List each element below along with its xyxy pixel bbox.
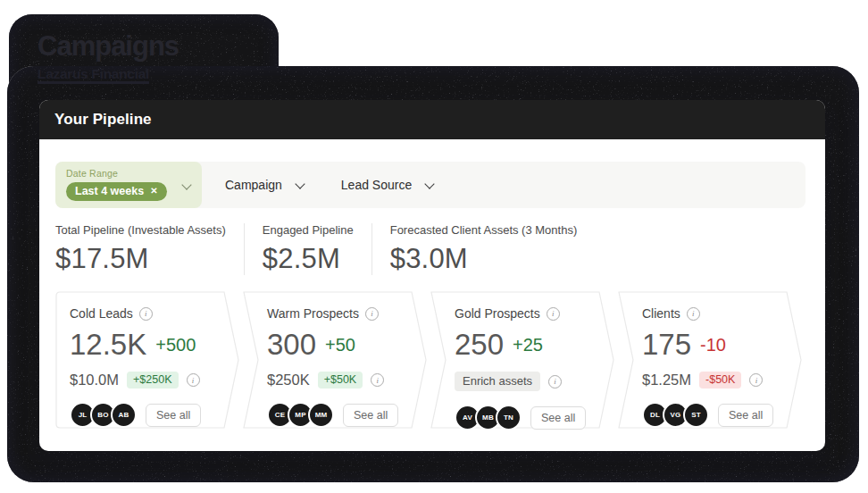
metric-value: $3.0M [390,243,578,275]
avatar[interactable]: TN [496,405,522,430]
see-all-button[interactable]: See all [718,404,773,427]
see-all-button[interactable]: See all [146,404,201,427]
clear-icon[interactable]: ✕ [150,187,157,196]
metric-total-pipeline: Total Pipeline (Investable Assets) $17.5… [55,223,244,275]
info-icon[interactable] [749,373,763,387]
stage-count: 250 [455,330,504,359]
stage-count-delta: +25 [513,336,543,354]
stage-count: 175 [642,330,691,359]
avatar-stack: CE MP MM [267,402,334,428]
panel-body: Date Range Last 4 weeks ✕ Campaign Lead … [39,139,825,429]
metric-label: Engaged Pipeline [263,223,354,237]
funnel-stages: Cold Leads 12.5K +500 $10.0M +$250K [55,291,805,429]
page-title: Campaigns [38,32,179,62]
date-range-value: Last 4 weeks [75,185,144,197]
info-icon[interactable] [139,307,153,321]
brand-block: Campaigns Lazarus Financial [38,32,179,82]
pipeline-panel: Your Pipeline Date Range Last 4 weeks ✕ … [39,100,825,451]
stage-card-gold-prospects: Gold Prospects 250 +25 Enrich assets AV [430,291,614,429]
filter-bar: Date Range Last 4 weeks ✕ Campaign Lead … [55,162,805,208]
date-range-pill[interactable]: Last 4 weeks ✕ [66,182,167,201]
date-range-filter[interactable]: Date Range Last 4 weeks ✕ [55,162,202,208]
info-icon[interactable] [547,307,560,321]
stage-value-delta-badge: -$50K [699,372,741,389]
info-icon[interactable] [548,375,562,389]
see-all-button[interactable]: See all [343,404,398,427]
avatar-stack: AV MB TN [455,405,522,430]
chevron-down-icon [295,179,305,188]
info-icon[interactable] [365,307,379,321]
stage-count: 12.5K [70,330,146,359]
stage-value-delta-badge: +$50K [318,372,363,389]
date-range-label: Date Range [66,168,193,179]
stage-label: Gold Prospects [455,306,540,321]
stage-value: $10.0M [70,372,119,389]
metric-forecasted-assets: Forecasted Client Assets (3 Months) $3.0… [371,223,596,275]
metric-engaged-pipeline: Engaged Pipeline $2.5M [244,223,371,275]
avatar[interactable]: AB [111,402,137,428]
stage-count: 300 [267,330,316,359]
chevron-down-icon [425,179,435,188]
metric-value: $2.5M [263,243,354,275]
lead-source-dropdown[interactable]: Lead Source [329,162,446,208]
stage-value: $1.25M [642,372,691,389]
stage-value: $250K [267,372,310,389]
stage-count-delta: +500 [155,336,196,354]
avatar-stack: JL BO AB [70,402,137,428]
stage-label: Cold Leads [70,306,133,321]
see-all-button[interactable]: See all [530,406,586,430]
chevron-down-icon[interactable] [181,180,191,189]
enrich-assets-chip[interactable]: Enrich assets [455,372,540,391]
panel-header: Your Pipeline [39,100,825,139]
stage-value-delta-badge: +$250K [127,372,178,389]
stage-card-cold-leads: Cold Leads 12.5K +500 $10.0M +$250K [55,291,239,429]
metric-value: $17.5M [55,243,226,275]
metric-label: Forecasted Client Assets (3 Months) [390,223,578,237]
info-icon[interactable] [187,373,200,387]
panel-title: Your Pipeline [54,111,152,129]
metric-label: Total Pipeline (Investable Assets) [55,223,226,237]
stage-label: Warm Prospects [267,306,359,321]
avatar[interactable]: ST [683,402,709,428]
stage-card-clients: Clients 175 -10 $1.25M -$50K DL [618,291,802,429]
company-name: Lazarus Financial [38,66,149,82]
stage-count-delta: -10 [700,336,726,354]
campaign-dropdown-label: Campaign [225,178,282,192]
stage-label: Clients [642,306,680,321]
info-icon[interactable] [687,307,700,321]
avatar[interactable]: MM [308,402,334,428]
lead-source-dropdown-label: Lead Source [341,178,412,192]
stage-count-delta: +50 [325,336,355,354]
campaign-dropdown[interactable]: Campaign [213,162,316,208]
stage-card-warm-prospects: Warm Prospects 300 +50 $250K +$50K [243,291,427,429]
info-icon[interactable] [371,373,384,387]
metrics-row: Total Pipeline (Investable Assets) $17.5… [55,223,805,275]
avatar-stack: DL VG ST [642,402,709,428]
